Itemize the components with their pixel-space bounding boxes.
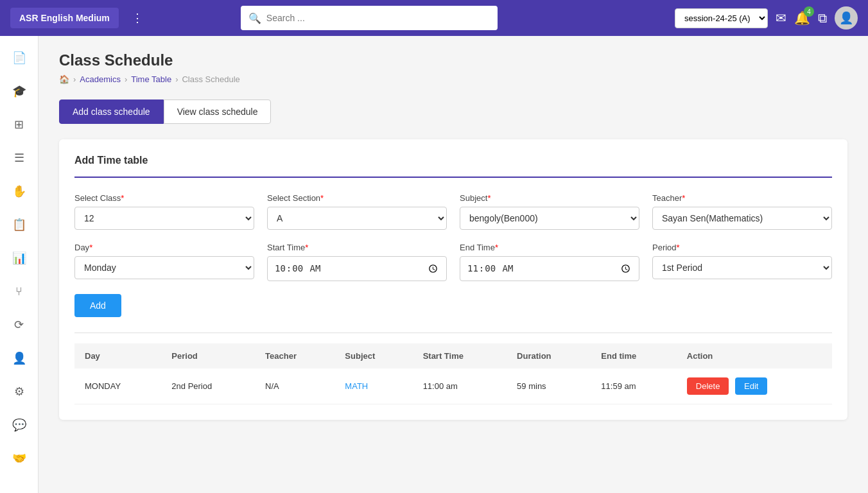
menu-dots-button[interactable]: ⋮ bbox=[126, 8, 148, 28]
breadcrumb-current: Class Schedule bbox=[182, 74, 239, 84]
main-layout: 📄 🎓 ⊞ ☰ ✋ 📋 📊 ⑂ ⟳ 👤 ⚙ 💬 🤝 Class Schedule… bbox=[0, 36, 868, 493]
start-time-group: Start Time* bbox=[267, 243, 447, 281]
row-end-time: 11:59 am bbox=[591, 368, 676, 404]
col-duration: Duration bbox=[507, 343, 591, 368]
row-subject: MATH bbox=[334, 368, 412, 404]
add-button[interactable]: Add bbox=[74, 294, 121, 317]
breadcrumb-timetable[interactable]: Time Table bbox=[131, 74, 171, 84]
table-row: MONDAY 2nd Period N/A MATH 11:00 am 59 m… bbox=[74, 368, 832, 404]
col-subject: Subject bbox=[334, 343, 412, 368]
table-divider bbox=[74, 333, 832, 333]
col-teacher: Teacher bbox=[255, 343, 334, 368]
sidebar-item-person[interactable]: 👤 bbox=[5, 344, 33, 372]
form-card: Add Time table Select Class* 12 Select S… bbox=[59, 139, 847, 420]
form-card-title: Add Time table bbox=[74, 155, 832, 166]
subject-group: Subject* bengoly(Ben000) bbox=[460, 193, 639, 230]
subject-dropdown[interactable]: bengoly(Ben000) bbox=[460, 207, 639, 230]
notification-badge: 4 bbox=[804, 6, 814, 17]
teacher-dropdown[interactable]: Sayan Sen(Mathematics) bbox=[652, 207, 832, 230]
breadcrumb-separator-1: › bbox=[73, 74, 76, 84]
breadcrumb-home-icon: 🏠 bbox=[59, 74, 69, 84]
schedule-table: Day Period Teacher Subject Start Time Du… bbox=[74, 343, 832, 404]
day-dropdown[interactable]: Monday bbox=[74, 256, 254, 279]
form-row-1: Select Class* 12 Select Section* A bbox=[74, 193, 832, 230]
subject-label: Subject* bbox=[460, 193, 639, 203]
col-period: Period bbox=[161, 343, 255, 368]
col-start-time: Start Time bbox=[413, 343, 507, 368]
col-action: Action bbox=[677, 343, 832, 368]
end-time-input[interactable] bbox=[460, 256, 639, 281]
card-divider bbox=[74, 177, 832, 178]
search-icon: 🔍 bbox=[248, 12, 261, 24]
search-bar: 🔍 bbox=[241, 6, 498, 30]
select-section-dropdown[interactable]: A bbox=[267, 207, 447, 230]
sidebar-item-report[interactable]: 📊 bbox=[5, 244, 33, 272]
select-section-label: Select Section* bbox=[267, 193, 447, 203]
sidebar-item-chat[interactable]: 💬 bbox=[5, 411, 33, 439]
sidebar-item-graduation[interactable]: 🎓 bbox=[5, 77, 33, 105]
sidebar-item-grid[interactable]: ⊞ bbox=[5, 110, 33, 139]
delete-button[interactable]: Delete bbox=[687, 377, 729, 395]
select-class-label: Select Class* bbox=[74, 193, 254, 203]
breadcrumb-separator-3: › bbox=[175, 74, 178, 84]
teacher-label: Teacher* bbox=[652, 193, 832, 203]
breadcrumb-academics[interactable]: Academics bbox=[80, 74, 121, 84]
row-action: Delete Edit bbox=[677, 368, 832, 404]
col-end-time: End time bbox=[591, 343, 676, 368]
session-select[interactable]: session-24-25 (A) bbox=[675, 8, 768, 28]
mail-icon-button[interactable]: ✉ bbox=[776, 10, 786, 26]
tab-bar: Add class schedule View class schedule bbox=[59, 99, 847, 124]
breadcrumb-separator-2: › bbox=[125, 74, 127, 84]
page-title: Class Schedule bbox=[59, 51, 847, 69]
teacher-group: Teacher* Sayan Sen(Mathematics) bbox=[652, 193, 832, 230]
notification-bell-button[interactable]: 🔔 4 bbox=[794, 10, 810, 26]
day-label: Day* bbox=[74, 243, 254, 252]
brand-label: ASR English Medium bbox=[10, 8, 119, 28]
row-teacher: N/A bbox=[255, 368, 334, 404]
row-duration: 59 mins bbox=[507, 368, 591, 404]
sidebar: 📄 🎓 ⊞ ☰ ✋ 📋 📊 ⑂ ⟳ 👤 ⚙ 💬 🤝 bbox=[0, 36, 39, 493]
end-time-group: End Time* bbox=[460, 243, 639, 281]
sidebar-item-list[interactable]: ☰ bbox=[5, 144, 33, 172]
row-day: MONDAY bbox=[74, 368, 161, 404]
sidebar-item-fingerprint[interactable]: ✋ bbox=[5, 177, 33, 205]
search-input[interactable] bbox=[266, 13, 490, 23]
start-time-input[interactable] bbox=[267, 256, 447, 281]
sidebar-item-branch[interactable]: ⑂ bbox=[5, 277, 33, 306]
sidebar-item-history[interactable]: ⟳ bbox=[5, 311, 33, 339]
period-label: Period* bbox=[652, 243, 832, 252]
period-group: Period* 1st Period bbox=[652, 243, 832, 281]
edit-button[interactable]: Edit bbox=[735, 377, 767, 395]
row-period: 2nd Period bbox=[161, 368, 255, 404]
day-group: Day* Monday bbox=[74, 243, 254, 281]
select-class-dropdown[interactable]: 12 bbox=[74, 207, 254, 230]
sidebar-item-document[interactable]: 📄 bbox=[5, 44, 33, 72]
main-content: Class Schedule 🏠 › Academics › Time Tabl… bbox=[39, 36, 868, 493]
user-avatar[interactable]: 👤 bbox=[835, 6, 858, 30]
tab-add-schedule[interactable]: Add class schedule bbox=[59, 99, 164, 124]
top-navbar: ASR English Medium ⋮ 🔍 session-24-25 (A)… bbox=[0, 0, 868, 36]
start-time-label: Start Time* bbox=[267, 243, 447, 252]
col-day: Day bbox=[74, 343, 161, 368]
end-time-label: End Time* bbox=[460, 243, 639, 252]
form-row-2: Day* Monday Start Time* End Time* bbox=[74, 243, 832, 281]
row-start-time: 11:00 am bbox=[413, 368, 507, 404]
topnav-right-section: session-24-25 (A) ✉ 🔔 4 ⧉ 👤 bbox=[675, 6, 858, 30]
breadcrumb: 🏠 › Academics › Time Table › Class Sched… bbox=[59, 74, 847, 84]
select-class-group: Select Class* 12 bbox=[74, 193, 254, 230]
sidebar-item-settings[interactable]: ⚙ bbox=[5, 377, 33, 406]
tab-view-schedule[interactable]: View class schedule bbox=[164, 99, 272, 124]
sidebar-item-file[interactable]: 📋 bbox=[5, 211, 33, 239]
period-dropdown[interactable]: 1st Period bbox=[652, 256, 832, 279]
layers-icon-button[interactable]: ⧉ bbox=[818, 11, 827, 26]
table-header-row: Day Period Teacher Subject Start Time Du… bbox=[74, 343, 832, 368]
sidebar-item-hand[interactable]: 🤝 bbox=[5, 444, 33, 472]
select-section-group: Select Section* A bbox=[267, 193, 447, 230]
